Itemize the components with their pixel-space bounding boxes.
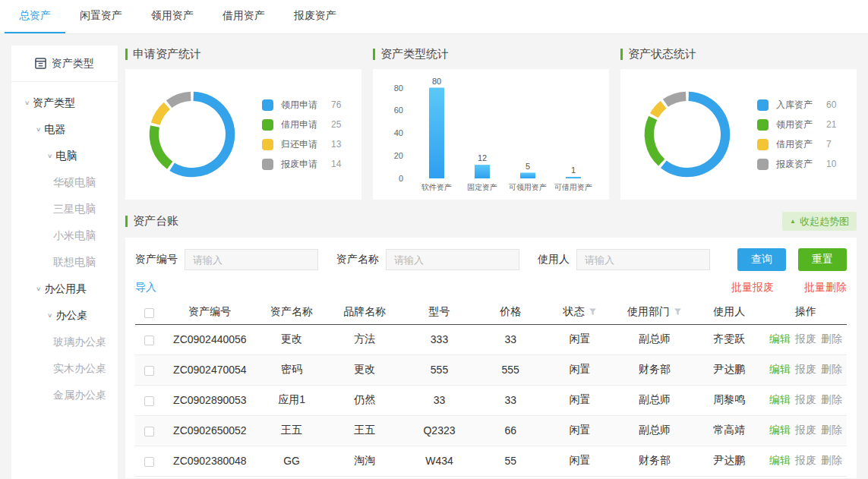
table-row: ZC0902650052王五王五Q232366闲置副总师常高靖编辑报废删除 — [135, 415, 847, 446]
table-cell: 闲置 — [544, 385, 616, 415]
filter-funnel-icon[interactable] — [589, 307, 597, 316]
batch-delete-link[interactable]: 批量删除 — [804, 281, 847, 293]
edit-link[interactable]: 编辑 — [769, 454, 791, 466]
tree-leaf-item[interactable]: 联想电脑 — [11, 249, 118, 276]
table-cell: 副总师 — [615, 415, 693, 446]
legend-item[interactable]: 借用申请25 — [262, 115, 341, 134]
tree-branch-item[interactable]: ∨办公桌 — [11, 302, 118, 329]
scrap-link[interactable]: 报废 — [795, 332, 816, 345]
table-cell: ZC0902380048 — [163, 446, 256, 476]
scrap-link[interactable]: 报废 — [795, 454, 816, 466]
filter-funnel-icon[interactable] — [674, 307, 682, 316]
legend-item[interactable]: 归还申请13 — [262, 134, 341, 154]
row-checkbox[interactable] — [144, 366, 154, 376]
tab-item[interactable]: 报废资产 — [279, 0, 351, 33]
ledger-header: 资产台账 ▲ 收起趋势图 — [125, 212, 857, 231]
table-cell: 副总师 — [615, 385, 693, 415]
caret-down-icon: ∨ — [47, 153, 52, 159]
tree-item-label: 玻璃办公桌 — [53, 336, 106, 349]
tree-branch-item[interactable]: ∨办公用具 — [11, 276, 118, 302]
search-button[interactable]: 查询 — [737, 248, 786, 271]
import-link[interactable]: 导入 — [135, 281, 156, 295]
tree-item-label: 资产类型 — [33, 96, 75, 110]
legend-item[interactable]: 报废申请14 — [262, 154, 341, 174]
delete-link[interactable]: 删除 — [821, 424, 842, 436]
tree-branch-item[interactable]: ∨资产类型 — [11, 90, 118, 116]
row-checkbox[interactable] — [144, 396, 154, 406]
legend-item[interactable]: 借用资产7 — [757, 134, 836, 154]
delete-link[interactable]: 删除 — [821, 393, 842, 405]
charts-row: 申请资产统计 领用申请76借用申请25归还申请13报废申请14 资产类型统计 0 — [125, 46, 857, 200]
edit-link[interactable]: 编辑 — [769, 424, 791, 436]
tree-item-label: 金属办公桌 — [53, 389, 106, 402]
tree-leaf-item[interactable]: 实木办公桌 — [11, 355, 118, 382]
chart-title: 资产类型统计 — [380, 47, 449, 61]
row-checkbox[interactable] — [144, 427, 154, 436]
reset-button[interactable]: 重置 — [798, 248, 847, 271]
tree-branch-item[interactable]: ∨电器 — [11, 116, 118, 143]
legend-item[interactable]: 领用申请76 — [262, 95, 341, 115]
tree-leaf-item[interactable]: 小米电脑 — [11, 222, 118, 249]
tree-leaf-item[interactable]: 玻璃办公桌 — [11, 329, 118, 355]
donut-segment — [156, 106, 167, 124]
x-axis-label: 软件资产 — [421, 183, 452, 191]
legend-item[interactable]: 领用资产21 — [757, 115, 836, 134]
scrap-link[interactable]: 报废 — [795, 393, 816, 405]
table-cell: ZC0902440056 — [163, 324, 256, 355]
column-header-label: 状态 — [563, 305, 585, 317]
donut-segment — [665, 96, 686, 103]
sidebar: 资产类型 ∨资产类型∨电器∨电脑华硕电脑三星电脑小米电脑联想电脑∨办公用具∨办公… — [11, 46, 118, 479]
bar-value-label: 80 — [431, 77, 440, 86]
legend-item[interactable]: 报废资产10 — [757, 154, 836, 174]
scrap-link[interactable]: 报废 — [795, 363, 816, 375]
legend-item[interactable]: 入库资产60 — [757, 95, 836, 115]
edit-link[interactable]: 编辑 — [769, 363, 791, 375]
user-label: 使用人 — [538, 253, 570, 266]
filter-group: 使用人 — [538, 249, 710, 270]
legend-value: 60 — [826, 99, 836, 110]
user-input[interactable] — [576, 249, 710, 270]
row-actions-cell: 编辑报废删除 — [765, 385, 847, 415]
asset-name-input[interactable] — [386, 249, 519, 270]
caret-up-icon: ▲ — [790, 218, 796, 225]
table-cell: 王五 — [256, 415, 327, 446]
column-header-label: 价格 — [500, 305, 521, 317]
batch-scrap-link[interactable]: 批量报废 — [731, 281, 774, 293]
legend-swatch-icon — [757, 119, 769, 131]
table-cell: 66 — [477, 415, 544, 446]
table-cell: 副总师 — [615, 324, 693, 355]
asset-code-input[interactable] — [185, 249, 318, 270]
legend-value: 14 — [331, 159, 341, 169]
column-header-label: 资产编号 — [188, 305, 231, 317]
tree-leaf-item[interactable]: 三星电脑 — [11, 196, 118, 222]
delete-link[interactable]: 删除 — [821, 454, 842, 466]
tab-item[interactable]: 总资产 — [5, 0, 65, 33]
tree-leaf-item[interactable]: 金属办公桌 — [11, 382, 118, 408]
scrap-link[interactable]: 报废 — [795, 424, 816, 436]
batch-actions: 批量报废 批量删除 — [704, 281, 847, 295]
edit-link[interactable]: 编辑 — [769, 393, 791, 405]
table-cell: 常高靖 — [693, 415, 765, 446]
tab-item[interactable]: 借用资产 — [208, 0, 279, 33]
section-title: 申请资产统计 — [125, 46, 361, 62]
apply-stats-section: 申请资产统计 领用申请76借用申请25归还申请13报废申请14 — [125, 46, 361, 200]
legend-label: 借用申请 — [281, 118, 331, 131]
delete-link[interactable]: 删除 — [821, 332, 842, 345]
select-all-checkbox[interactable] — [144, 308, 154, 318]
edit-link[interactable]: 编辑 — [769, 332, 791, 345]
delete-link[interactable]: 删除 — [821, 363, 842, 375]
legend-swatch-icon — [262, 119, 273, 131]
tree-leaf-item[interactable]: 华硕电脑 — [11, 169, 118, 196]
collapse-trend-button[interactable]: ▲ 收起趋势图 — [782, 212, 857, 231]
tab-item[interactable]: 领用资产 — [137, 0, 208, 33]
status-stats-panel: 入库资产60领用资产21借用资产7报废资产10 — [620, 69, 857, 200]
tab-item[interactable]: 闲置资产 — [65, 0, 137, 33]
tree-branch-item[interactable]: ∨电脑 — [11, 143, 118, 169]
table-cell: 齐雯跃 — [693, 324, 765, 355]
bar-value-label: 5 — [525, 162, 529, 171]
legend-value: 10 — [826, 159, 836, 169]
legend-swatch-icon — [757, 99, 769, 111]
row-checkbox[interactable] — [144, 457, 154, 467]
chart-legend: 领用申请76借用申请25归还申请13报废申请14 — [262, 95, 341, 174]
row-checkbox[interactable] — [144, 336, 154, 345]
